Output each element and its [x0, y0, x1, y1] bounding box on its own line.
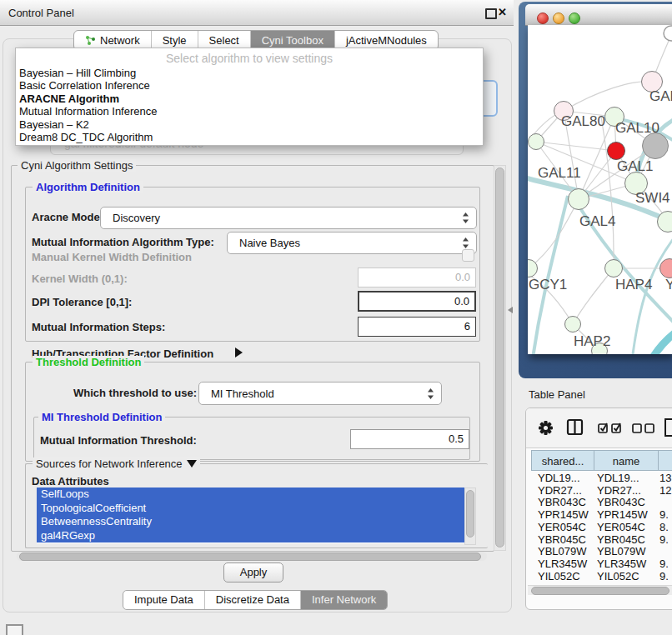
- which-threshold-label: Which threshold to use:: [73, 387, 197, 399]
- attributes-scrollbar-thumb[interactable]: [466, 490, 474, 538]
- kernel-width-field[interactable]: 0.0: [358, 268, 476, 288]
- table-row[interactable]: YBR043C YBR043C: [526, 497, 672, 509]
- close-icon[interactable]: ✕: [498, 6, 507, 18]
- aracne-mode-label: Aracne Mode:: [32, 211, 103, 223]
- manual-kernel-label: Manual Kernel Width Definition: [32, 251, 192, 263]
- column-header-name[interactable]: name: [594, 450, 659, 471]
- float-window-icon[interactable]: [485, 8, 497, 19]
- which-threshold-value: MI Threshold: [199, 388, 427, 400]
- algorithm-option-mutual-information[interactable]: Mutual Information Inference: [16, 105, 483, 118]
- cell-value: 9.: [659, 534, 669, 547]
- mi-threshold-label: Mutual Information Threshold:: [40, 434, 197, 447]
- cell-name: YIL052C: [597, 571, 639, 583]
- settings-hscrollbar-thumb[interactable]: [19, 552, 481, 561]
- attribute-item[interactable]: gal4RGexp: [37, 529, 464, 543]
- dock-icon[interactable]: [6, 624, 23, 635]
- cell-value: 9.: [659, 509, 669, 522]
- table-hscrollbar-thumb[interactable]: [531, 587, 669, 595]
- table-row[interactable]: YBL079W YBL079W: [526, 546, 672, 558]
- close-traffic-light-icon[interactable]: [537, 12, 549, 24]
- sources-collapse-arrow-icon[interactable]: [187, 460, 197, 468]
- table-row[interactable]: YIL052C YIL052C 9.: [526, 571, 672, 583]
- dpi-tolerance-field[interactable]: 0.0: [358, 291, 476, 312]
- algorithm-option-aracne[interactable]: ARACNE Algorithm: [16, 92, 483, 105]
- table-row[interactable]: YLR345W YLR345W 9.: [526, 558, 672, 571]
- cell-shared: YDR27...: [538, 485, 582, 498]
- network-icon: [85, 35, 96, 46]
- mi-threshold-field[interactable]: 0.5: [350, 429, 469, 449]
- cell-name: YBR045C: [597, 534, 645, 547]
- tab-discretize-data[interactable]: Discretize Data: [204, 591, 300, 609]
- settings-vertical-scrollbar[interactable]: [494, 165, 506, 551]
- node-label-gal80: GAL80: [561, 113, 605, 130]
- hub-expand-arrow-icon[interactable]: [235, 348, 243, 358]
- table-row[interactable]: YDL19... YDL19... 13: [526, 472, 672, 485]
- select-all-checkboxes-icon[interactable]: [598, 422, 624, 434]
- algorithm-definition-title: Algorithm Definition: [36, 181, 140, 193]
- zoom-traffic-light-icon[interactable]: [569, 12, 580, 24]
- algorithm-option-bayesian-hill[interactable]: Bayesian – Hill Climbing: [16, 67, 483, 79]
- cell-name: YBR043C: [597, 497, 645, 509]
- cell-value: 12: [659, 485, 671, 498]
- cell-value: 9.: [659, 558, 669, 571]
- data-attributes-label: Data Attributes: [32, 475, 109, 488]
- network-canvas[interactable]: GAL7 GAL80 GAL10 GAL11 GAL1 SWI4 GAL4 GC…: [528, 25, 672, 354]
- node-label-hap4: HAP4: [615, 277, 652, 293]
- minimize-traffic-light-icon[interactable]: [553, 12, 564, 24]
- cell-name: YER054C: [597, 522, 645, 534]
- column-header-shared[interactable]: shared...: [531, 450, 594, 471]
- deselect-checkboxes-icon[interactable]: [632, 423, 655, 433]
- document-icon[interactable]: [664, 418, 672, 438]
- gear-icon[interactable]: [538, 420, 554, 436]
- aracne-mode-combo[interactable]: Discovery: [100, 207, 477, 229]
- tab-impute-data[interactable]: Impute Data: [123, 591, 204, 609]
- cyni-settings-title: Cyni Algorithm Settings: [21, 159, 133, 172]
- table-row[interactable]: YDR27... YDR27... 12: [526, 485, 672, 498]
- node-label-gal4: GAL4: [579, 213, 615, 230]
- node-hap4[interactable]: [604, 259, 623, 278]
- cell-shared: YDL19...: [538, 472, 580, 485]
- table-row[interactable]: YER054C YER054C 8.: [526, 522, 672, 534]
- mi-algorithm-type-combo[interactable]: Naive Bayes: [227, 232, 477, 254]
- which-threshold-combo[interactable]: MI Threshold: [198, 382, 442, 405]
- table-row[interactable]: YPR145W YPR145W 9.: [526, 509, 672, 522]
- cell-name: YBL079W: [597, 546, 646, 558]
- node-red-selected[interactable]: [607, 142, 625, 160]
- attribute-item[interactable]: TopologicalCoefficient: [37, 502, 464, 516]
- data-attributes-list: SelfLoops TopologicalCoefficient Between…: [37, 488, 464, 543]
- cell-shared: YBR045C: [538, 534, 586, 547]
- table-panel-container: shared... name YDL19... YDL19... 13 YDR2…: [525, 408, 672, 610]
- apply-button[interactable]: Apply: [223, 562, 283, 582]
- cell-shared: YBL079W: [538, 546, 587, 558]
- algorithm-option-bayesian-k2[interactable]: Bayesian – K2: [16, 118, 483, 131]
- algorithm-option-basic-correlation[interactable]: Basic Correlation Inference: [16, 79, 483, 92]
- attribute-item[interactable]: SelfLoops: [37, 488, 464, 502]
- table-horizontal-scrollbar[interactable]: [528, 585, 672, 595]
- kernel-width-label: Kernel Width (0,1):: [32, 272, 128, 285]
- tab-infer-network[interactable]: Infer Network: [300, 591, 387, 609]
- node-label-gal10: GAL10: [615, 120, 659, 137]
- settings-vscrollbar-thumb[interactable]: [495, 168, 504, 548]
- column-header-partial[interactable]: [658, 450, 672, 471]
- attributes-list-scrollbar[interactable]: [464, 488, 476, 545]
- node-label-hap2: HAP2: [574, 333, 610, 350]
- manual-kernel-checkbox[interactable]: [462, 249, 474, 262]
- node-label-gal1: GAL1: [617, 158, 653, 175]
- control-panel-title: Control Panel: [8, 7, 74, 19]
- algorithm-dropdown-list: Select algorithm to view settings Bayesi…: [15, 48, 484, 146]
- table-row[interactable]: YBR045C YBR045C 9.: [526, 534, 672, 547]
- cell-name: YLR345W: [597, 558, 646, 571]
- control-panel-titlebar: Control Panel ✕: [0, 0, 514, 26]
- mi-steps-field[interactable]: 6: [358, 317, 476, 337]
- tab-impute-data-label: Impute Data: [134, 593, 193, 606]
- panel-collapse-arrow[interactable]: [508, 307, 513, 313]
- node-hap2[interactable]: [564, 316, 581, 332]
- columns-icon[interactable]: [566, 418, 584, 436]
- combo-spinner-icon: [427, 388, 434, 400]
- node-label-gal11: GAL11: [538, 165, 581, 182]
- attribute-item[interactable]: BetweennessCentrality: [37, 515, 464, 529]
- algorithm-option-dream8[interactable]: Dream8 DC_TDC Algorithm: [16, 131, 483, 143]
- settings-horizontal-scrollbar[interactable]: [17, 552, 487, 561]
- node-gal11[interactable]: [528, 133, 544, 150]
- node-gal4[interactable]: [568, 188, 589, 210]
